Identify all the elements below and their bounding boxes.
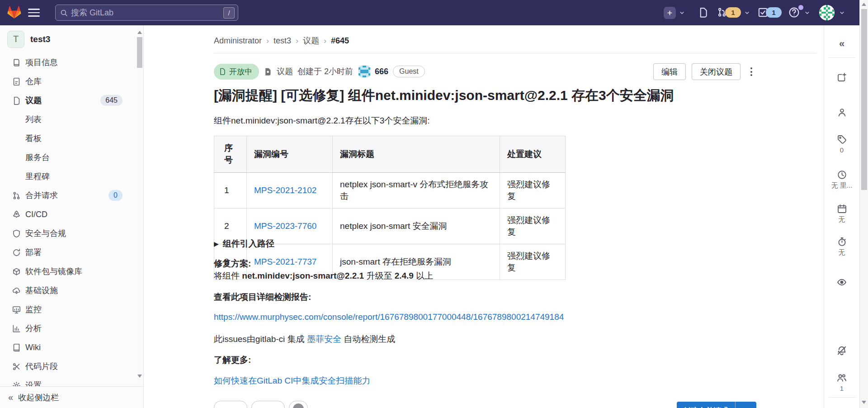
time-tracking-rail-button[interactable]: 无 — [824, 237, 859, 257]
scroll-down-arrow[interactable] — [862, 401, 866, 404]
fix-plan-heading: 修复方案: — [214, 258, 251, 270]
sidebar-item[interactable]: 代码片段 — [0, 357, 143, 376]
scroll-up-arrow[interactable] — [862, 3, 866, 6]
sidebar-item[interactable]: 项目信息 — [0, 53, 143, 72]
sidebar-item[interactable]: CI/CD — [0, 205, 143, 224]
sidebar-item[interactable]: 仓库 — [0, 72, 143, 91]
chevron-down-icon[interactable] — [679, 10, 685, 16]
sidebar-item-label: 部署 — [25, 247, 42, 258]
count-badge: 0 — [108, 190, 123, 201]
sidebar-item[interactable]: 软件包与镜像库 — [0, 262, 143, 281]
infrastructure-icon — [12, 286, 21, 295]
issue-type-label: 议题 — [277, 66, 293, 77]
table-header: 序号漏洞编号漏洞标题处置建议 — [214, 136, 566, 173]
search-input[interactable] — [71, 5, 207, 20]
sidebar-item[interactable]: 里程碑 — [0, 167, 143, 186]
create-merge-request-button[interactable]: 创建合并请求 — [677, 402, 756, 408]
breadcrumb-link[interactable]: test3 — [274, 36, 291, 46]
chevron-down-icon[interactable] — [804, 10, 810, 16]
thumbs-down-button[interactable] — [251, 401, 285, 408]
hamburger-menu-icon[interactable] — [28, 8, 40, 18]
participants-rail-button[interactable]: 1 — [824, 373, 859, 392]
sidebar-item-label: 合并请求 — [25, 190, 58, 201]
sidebar-item[interactable]: 监控 — [0, 300, 143, 319]
author-avatar[interactable] — [359, 66, 370, 77]
collapse-sidebar-button[interactable]: « 收起侧边栏 — [0, 386, 144, 408]
sidebar-item[interactable]: 列表 — [0, 110, 143, 129]
sidebar-item[interactable]: 分析 — [0, 319, 143, 338]
close-issue-button[interactable]: 关闭议题 — [692, 63, 741, 80]
generated-text: 此issues由gitlab-ci 集成 — [214, 334, 307, 344]
project-information-icon — [12, 58, 21, 67]
sidebar-item-label: 分析 — [25, 323, 42, 334]
dropdown-caret[interactable] — [735, 402, 756, 408]
sidebar-item-label: 里程碑 — [25, 171, 50, 182]
merge-request-count-badge[interactable]: 1 — [725, 7, 741, 18]
scrollbar-thumb[interactable] — [137, 37, 142, 68]
learn-more-link[interactable]: 如何快速在GitLab CI中集成安全扫描能力 — [214, 375, 370, 387]
breadcrumb-separator: › — [324, 36, 326, 46]
author-role-badge: Guest — [393, 66, 425, 77]
gitlab-logo-icon[interactable] — [7, 5, 21, 19]
murphysec-link[interactable]: 墨菲安全 — [307, 334, 341, 344]
thumbs-up-button[interactable] — [214, 401, 247, 408]
vuln-id-cell: MPS-2021-2102 — [247, 173, 333, 209]
project-header[interactable]: T test3 — [0, 25, 143, 53]
project-sidebar: T test3 项目信息仓库议题645列表看板服务台里程碑合并请求0CI/CD安… — [0, 25, 144, 408]
sidebar-scrollbar[interactable] — [136, 25, 143, 386]
merge-requests-icon — [12, 191, 21, 200]
due-date-value: 无 — [839, 215, 845, 224]
search-box[interactable]: / — [55, 5, 238, 21]
todo-rail-button[interactable] — [824, 72, 859, 82]
vuln-id-link[interactable]: MPS-2021-7737 — [254, 257, 316, 266]
labels-rail-button[interactable]: 0 — [824, 135, 859, 154]
new-menu-button[interactable] — [664, 7, 676, 19]
kebab-menu-icon[interactable] — [746, 63, 756, 80]
sidebar-item[interactable]: 看板 — [0, 129, 143, 148]
table-header-cell: 漏洞编号 — [247, 136, 333, 173]
report-link[interactable]: https://www.murphysec.com/console/report… — [214, 312, 564, 322]
due-date-rail-button[interactable]: 无 — [824, 204, 859, 224]
report-heading: 查看此项目详细检测报告: — [214, 291, 311, 303]
vuln-id-link[interactable]: MPS-2023-7760 — [254, 221, 316, 231]
breadcrumb-link[interactable]: Administrator — [214, 36, 262, 46]
sidebar-item[interactable]: 服务台 — [0, 148, 143, 167]
sidebar-item[interactable]: 基础设施 — [0, 281, 143, 300]
sidebar-item[interactable]: 合并请求0 — [0, 186, 143, 205]
collapse-sidebar-label: 收起侧边栏 — [18, 392, 59, 403]
milestone-rail-button[interactable]: 无 里... — [824, 170, 859, 190]
sidebar-item[interactable]: 议题645 — [0, 91, 143, 110]
chevron-down-icon[interactable] — [744, 10, 750, 16]
component-path-toggle[interactable]: ▶ 组件引入路径 — [214, 238, 274, 250]
breadcrumb: Administrator›test3›议题›#645 — [214, 35, 349, 46]
sidebar-item[interactable]: 安全与合规 — [0, 224, 143, 243]
table-row: 1MPS-2021-2102netplex json-smart-v 分布式拒绝… — [214, 173, 566, 209]
assignee-rail-button[interactable] — [824, 108, 859, 117]
sidebar-item[interactable]: Wiki — [0, 338, 143, 357]
expand-sidebar-button[interactable]: « — [824, 38, 859, 50]
package-icon — [12, 267, 21, 276]
confidentiality-rail-button[interactable] — [824, 277, 859, 287]
page-scrollbar[interactable] — [859, 0, 868, 408]
calendar-icon — [837, 204, 847, 213]
sidebar-item[interactable]: 部署 — [0, 243, 143, 262]
fix-plan-text: 将组件 net.minidev:json-smart@2.2.1 升级至 2.4… — [214, 270, 433, 282]
scrollbar-thumb[interactable] — [861, 9, 867, 190]
notifications-rail-button[interactable] — [824, 346, 859, 356]
time-tracking-value: 无 — [839, 248, 845, 257]
component-path-label: 组件引入路径 — [223, 238, 274, 250]
user-avatar[interactable] — [819, 5, 835, 20]
sidebar-item-label: 仓库 — [25, 76, 42, 87]
stopwatch-icon — [837, 237, 847, 247]
chevron-down-icon[interactable] — [839, 10, 845, 16]
todo-count-badge[interactable]: 1 — [766, 7, 782, 18]
add-reaction-button[interactable] — [289, 401, 308, 408]
edit-button[interactable]: 编辑 — [653, 63, 686, 80]
breadcrumb-link[interactable]: 议题 — [303, 35, 319, 46]
vuln-id-link[interactable]: MPS-2021-2102 — [254, 185, 316, 195]
breadcrumb-current: #645 — [331, 36, 349, 46]
vuln-title-cell: netplex json-smart-v 分布式拒绝服务攻击 — [333, 173, 500, 209]
issues-icon[interactable] — [698, 7, 708, 18]
author-name[interactable]: 666 — [375, 67, 388, 76]
help-icon[interactable] — [788, 7, 800, 18]
